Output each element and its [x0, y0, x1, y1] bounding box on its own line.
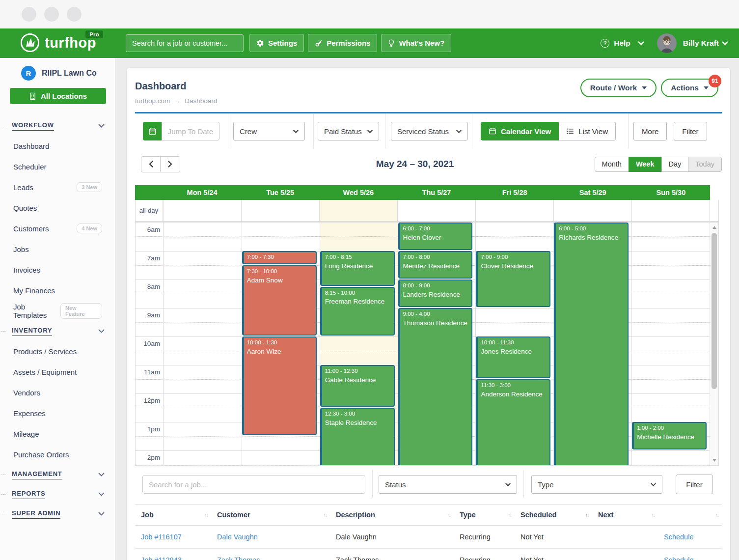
sidebar-item-leads[interactable]: Leads3 New	[0, 177, 115, 197]
chevron-down-icon[interactable]	[98, 492, 105, 496]
sidebar-section-reports[interactable]: ---REPORTS	[0, 484, 115, 504]
sidebar-section-inventory[interactable]: ---INVENTORY	[0, 321, 115, 341]
view-week-button[interactable]: Week	[629, 157, 662, 172]
breadcrumb-site[interactable]: turfhop.com	[135, 97, 170, 105]
calendar-event[interactable]: 11:00 - 12:30Gable Residence	[320, 365, 395, 407]
view-day-button[interactable]: Day	[661, 157, 689, 172]
calendar-event[interactable]: 11:30 - 3:00Anderson Residence	[476, 379, 550, 466]
user-menu[interactable]: Billy Kraft	[683, 39, 719, 48]
sidebar-item-my-finances[interactable]: My Finances	[0, 280, 115, 301]
route-work-button[interactable]: Route / Work	[580, 79, 657, 97]
calendar-event[interactable]: 6:00 - 7:00Helen Clover	[398, 223, 473, 250]
chevron-down-icon[interactable]	[98, 473, 105, 476]
window-control-dot[interactable]	[67, 7, 82, 22]
column-header-scheduled[interactable]: Scheduled↑↓	[515, 504, 592, 526]
sidebar-item-expenses[interactable]: Expenses	[0, 403, 115, 423]
all-day-cell[interactable]	[631, 200, 710, 221]
chevron-down-icon[interactable]	[98, 329, 105, 333]
column-header-customer[interactable]: Customer↑↓	[211, 504, 330, 526]
all-day-cell[interactable]	[163, 200, 241, 221]
sidebar-item-customers[interactable]: Customers4 New	[0, 218, 115, 239]
sidebar-item-scheduler[interactable]: Scheduler	[0, 156, 115, 177]
job-search-input[interactable]	[142, 475, 365, 494]
status-select[interactable]: Status	[379, 475, 517, 494]
all-day-cell[interactable]	[475, 200, 553, 221]
sidebar-item-job-templates[interactable]: Job TemplatesNew Feature	[0, 301, 115, 321]
sidebar-item-dashboard[interactable]: Dashboard	[0, 136, 115, 156]
column-header-actions[interactable]: ↑↓	[658, 504, 722, 526]
sidebar-item-jobs[interactable]: Jobs	[0, 239, 115, 259]
sidebar-item-vendors[interactable]: Vendors	[0, 382, 115, 403]
calendar-event[interactable]: 7:00 - 7:30Tommy Lee	[242, 251, 317, 264]
calendar-event[interactable]: 9:00 - 4:00Thomason Residence	[398, 308, 473, 466]
sidebar-item-mileage[interactable]: Mileage	[0, 423, 115, 444]
calendar-event[interactable]: 8:00 - 9:00Landers Residence	[398, 280, 473, 307]
calendar-event[interactable]: 10:00 - 11:30Jones Residence	[476, 336, 550, 378]
calendar-event[interactable]: 1:00 - 2:00Michelle Residence	[632, 422, 707, 449]
jobs-filter-button[interactable]: Filter	[676, 475, 713, 494]
user-avatar[interactable]	[657, 33, 677, 53]
calendar-event[interactable]: 12:30 - 3:00Staple Residence	[320, 408, 395, 466]
action-link[interactable]: Schedule	[664, 533, 693, 541]
sidebar-section-management[interactable]: ---MANAGEMENT	[0, 465, 115, 484]
chevron-down-icon[interactable]	[722, 41, 728, 45]
calendar-event[interactable]: 8:15 - 10:00Freeman Residence	[320, 287, 395, 336]
prev-week-button[interactable]	[141, 156, 161, 172]
view-today-button[interactable]: Today	[688, 157, 722, 172]
sidebar-item-products-services[interactable]: Products / Services	[0, 341, 115, 362]
permissions-button[interactable]: Permissions	[308, 34, 377, 52]
job-link[interactable]: Job #112943	[141, 556, 182, 560]
filter-button[interactable]: Filter	[674, 122, 707, 140]
column-header-type[interactable]: Type↑↓	[454, 504, 515, 526]
jump-to-date-input[interactable]	[162, 122, 219, 140]
column-header-job[interactable]: Job↑↓	[135, 504, 211, 526]
all-locations-button[interactable]: All Locations	[10, 88, 106, 104]
column-header-next[interactable]: Next↑↓	[592, 504, 658, 526]
calendar-event[interactable]: 10:00 - 1:30Aaron Wize	[242, 336, 317, 435]
all-day-cell[interactable]	[553, 200, 631, 221]
crew-select[interactable]: Crew	[233, 122, 305, 140]
scrollbar-thumb[interactable]	[712, 233, 717, 389]
type-select[interactable]: Type	[531, 475, 662, 494]
calendar-view-button[interactable]: Calendar View	[481, 122, 559, 140]
global-search-input[interactable]	[126, 34, 244, 52]
calendar-event[interactable]: 6:00 - 5:00Richards Residence	[554, 223, 629, 466]
sidebar-item-assets-equipment[interactable]: Assets / Equipment	[0, 362, 115, 382]
serviced-status-select[interactable]: Serviced Status	[391, 122, 468, 140]
list-view-button[interactable]: List View	[559, 122, 616, 140]
all-day-cell[interactable]	[319, 200, 397, 221]
what-s-new-button[interactable]: What's New?	[381, 34, 451, 52]
sidebar-item-purchase-orders[interactable]: Purchase Orders	[0, 444, 115, 465]
sidebar-section-workflow[interactable]: ---WORKFLOW	[0, 116, 115, 136]
calendar-event[interactable]: 7:00 - 9:00Clover Residence	[476, 251, 550, 307]
brand-logo[interactable]: turfhop Pro	[20, 32, 96, 53]
action-link[interactable]: Schedule	[664, 556, 693, 560]
window-control-dot[interactable]	[22, 7, 36, 22]
calendar-event[interactable]: 7:00 - 8:15Long Residence	[320, 251, 395, 286]
help-menu[interactable]: ? Help	[601, 39, 644, 48]
customer-link[interactable]: Dale Vaughn	[217, 533, 258, 541]
sidebar-section-super-admin[interactable]: ---SUPER ADMIN	[0, 504, 115, 524]
all-day-cell[interactable]	[241, 200, 319, 221]
paid-status-select[interactable]: Paid Status	[318, 122, 379, 140]
next-week-button[interactable]	[161, 156, 180, 172]
calendar-scrollbar[interactable]	[710, 223, 718, 465]
company-row[interactable]: R RIIPL Lawn Co	[0, 64, 115, 83]
column-header-description[interactable]: Description↑↓	[330, 504, 454, 526]
calendar-event[interactable]: 7:00 - 8:00Mendez Residence	[398, 251, 473, 279]
jump-to-date-calendar-button[interactable]	[143, 122, 162, 140]
job-link[interactable]: Job #116107	[141, 533, 182, 541]
actions-button[interactable]: Actions 91	[661, 79, 718, 97]
view-month-button[interactable]: Month	[595, 157, 629, 172]
scroll-down-icon[interactable]	[712, 459, 716, 462]
sidebar-item-invoices[interactable]: Invoices	[0, 259, 115, 280]
customer-link[interactable]: Zack Thomas	[217, 556, 260, 560]
window-control-dot[interactable]	[44, 7, 59, 22]
settings-button[interactable]: Settings	[249, 34, 304, 52]
scroll-up-icon[interactable]	[712, 226, 716, 229]
chevron-down-icon[interactable]	[98, 512, 105, 516]
calendar-event[interactable]: 7:30 - 10:00Adam Snow	[242, 265, 317, 336]
all-day-cell[interactable]	[397, 200, 475, 221]
chevron-down-icon[interactable]	[98, 124, 105, 128]
sidebar-item-quotes[interactable]: Quotes	[0, 197, 115, 218]
